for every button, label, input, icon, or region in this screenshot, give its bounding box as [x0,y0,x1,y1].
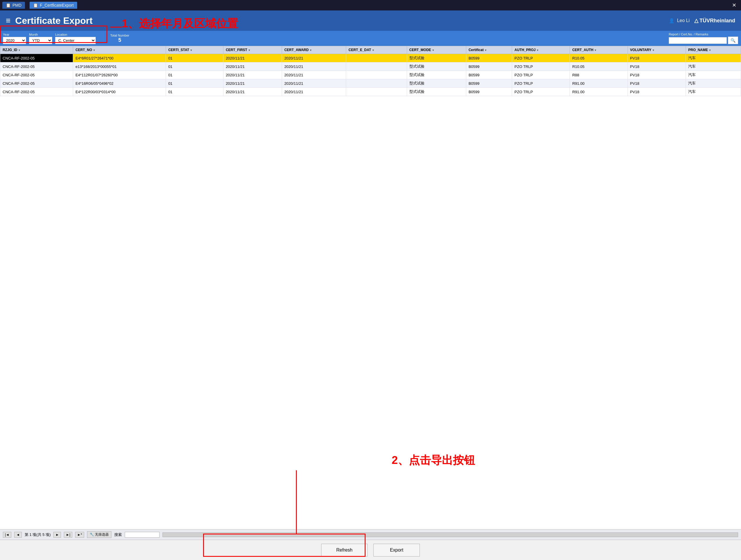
month-filter-group: Month YTD [29,33,52,44]
table-row[interactable]: CNCA-RF-2002-05E4*112R01/07*26260*000120… [0,71,741,79]
user-name: Leo Li [677,18,690,23]
export-button[interactable]: Export [374,544,420,557]
cell-voluntary: PV18 [627,71,686,79]
cell-cert_no: e13*168/2013*00055*01 [73,62,166,71]
col-header-rzjg-id[interactable]: RZJG_ID [0,46,73,54]
tab-pmd[interactable]: 📋 PMD [2,2,25,9]
search-button[interactable]: 🔍 [728,37,738,44]
year-filter-group: Year 2020 [3,33,26,44]
no-filter-button[interactable]: 🔧 无筛选器 [87,531,112,538]
table-row[interactable]: CNCA-RF-2002-05E4*122R00/03*0314*0001202… [0,88,741,96]
cell-cert_award: 2020/11/21 [282,71,346,79]
cell-pro_name: 汽车 [686,79,741,88]
cell-certi_stat: 01 [166,88,223,96]
record-nav-prev[interactable]: ◄ [14,532,22,538]
user-icon: 👤 [669,18,675,23]
cell-rzjg_id: CNCA-RF-2002-05 [0,88,73,96]
cell-auth_proj: PZO TRLP [512,71,570,79]
cell-auth_proj: PZO TRLP [512,79,570,88]
cell-cert_e_dat [346,88,407,96]
location-select[interactable]: C. Center [55,37,96,44]
total-value: 5 [118,37,121,43]
table-container: RZJG_ID CERT_NO CERTI_STAT CERT_FIRST CE… [0,46,741,529]
cell-cert_no: E4*112R01/07*26260*00 [73,71,166,79]
cell-rzjg_id: CNCA-RF-2002-05 [0,79,73,88]
cell-rzjg_id: CNCA-RF-2002-05 [0,71,73,79]
cell-cert_no: E4*122R00/03*0314*00 [73,88,166,96]
col-header-certificat[interactable]: Certificat [466,46,512,54]
record-nav-end[interactable]: ►| [64,532,72,538]
data-table: RZJG_ID CERT_NO CERTI_STAT CERT_FIRST CE… [0,46,741,96]
cell-cert_mode: 型式试验 [407,71,466,79]
col-header-certi-stat[interactable]: CERTI_STAT [166,46,223,54]
page-title: Certificate Export [15,15,664,26]
status-search-input[interactable] [125,532,159,538]
col-header-auth-proj[interactable]: AUTH_PROJ [512,46,570,54]
record-nav-new[interactable]: ►* [75,532,84,538]
col-header-voluntary[interactable]: VOLUNTARY [627,46,686,54]
cell-cert_award: 2020/11/21 [282,88,346,96]
cell-certi_stat: 01 [166,71,223,79]
col-header-pro-name[interactable]: PRO_NAME [686,46,741,54]
col-header-cert-first[interactable]: CERT_FIRST [223,46,282,54]
cell-cert_auth: R10.05 [570,62,627,71]
table-body: CNCA-RF-2002-05E4*6R01/27*26471*00012020… [0,54,741,96]
cell-certi_stat: 01 [166,54,223,62]
year-select[interactable]: 2020 [3,37,26,44]
status-bar: |◄ ◄ 第 1 项(共 5 项) ► ►| ►* 🔧 无筛选器 搜索 [0,529,741,540]
tab-cert-export[interactable]: 📋 F_CertficateExport [29,2,77,9]
table-row[interactable]: CNCA-RF-2002-05e13*168/2013*00055*010120… [0,62,741,71]
logo-text: TÜVRheinland [699,18,735,24]
cell-cert_first: 2020/11/21 [223,71,282,79]
cell-voluntary: PV18 [627,88,686,96]
cell-pro_name: 汽车 [686,71,741,79]
search-input[interactable] [669,37,727,44]
annotation-line-vertical [296,470,297,534]
record-nav-next[interactable]: ► [53,532,61,538]
cell-rzjg_id: CNCA-RF-2002-05 [0,62,73,71]
table-row[interactable]: CNCA-RF-2002-05E4*6R01/27*26471*00012020… [0,54,741,62]
cell-cert_e_dat [346,71,407,79]
cell-cert_first: 2020/11/21 [223,79,282,88]
cell-cert_auth: R91.00 [570,79,627,88]
col-header-cert-mode[interactable]: CERT_MODE [407,46,466,54]
search-label: Report / Cert.No. / Remarks [669,33,738,36]
cell-cert_auth: R10.05 [570,54,627,62]
location-label: Location [55,33,96,36]
cell-cert_award: 2020/11/21 [282,54,346,62]
col-header-cert-no[interactable]: CERT_NO [73,46,166,54]
company-logo: △ TÜVRheinland [694,17,735,24]
cell-voluntary: PV18 [627,62,686,71]
filter-bar: Year 2020 Month YTD Location C. Center T… [0,31,741,46]
cert-tab-icon: 📋 [33,3,38,8]
table-row[interactable]: CNCA-RF-2002-05E4*16R06/05*0496*02012020… [0,79,741,88]
user-info: 👤 Leo Li [669,18,690,23]
cell-voluntary: PV18 [627,54,686,62]
menu-icon[interactable]: ≡ [6,16,10,25]
cell-cert_auth: R91.00 [570,88,627,96]
cert-tab-label: F_CertficateExport [40,3,74,8]
cell-auth_proj: PZO TRLP [512,62,570,71]
title-bar: 📋 PMD 📋 F_CertficateExport ✕ [0,0,741,10]
location-filter-group: Location C. Center [55,33,96,44]
table-header: RZJG_ID CERT_NO CERTI_STAT CERT_FIRST CE… [0,46,741,54]
cell-cert_mode: 型式试验 [407,54,466,62]
close-button[interactable]: ✕ [730,2,739,8]
month-label: Month [29,33,52,36]
col-header-cert-auth[interactable]: CERT_AUTH [570,46,627,54]
logo-icon: △ [694,17,698,24]
pmd-tab-label: PMD [12,3,21,8]
col-header-cert-e-dat[interactable]: CERT_E_DAT [346,46,407,54]
record-nav-start[interactable]: |◄ [3,532,11,538]
cell-certi_stat: 01 [166,62,223,71]
horizontal-scrollbar[interactable] [162,533,738,537]
app-window: ≡ Certificate Export 👤 Leo Li △ TÜVRhein… [0,10,741,560]
pmd-tab-icon: 📋 [6,3,11,8]
record-info: 第 1 项(共 5 项) [25,532,51,537]
col-header-cert-award[interactable]: CERT_AWARD [282,46,346,54]
cell-cert_award: 2020/11/21 [282,62,346,71]
cell-auth_proj: PZO TRLP [512,54,570,62]
cell-auth_proj: PZO TRLP [512,88,570,96]
refresh-button[interactable]: Refresh [321,544,367,557]
month-select[interactable]: YTD [29,37,52,44]
